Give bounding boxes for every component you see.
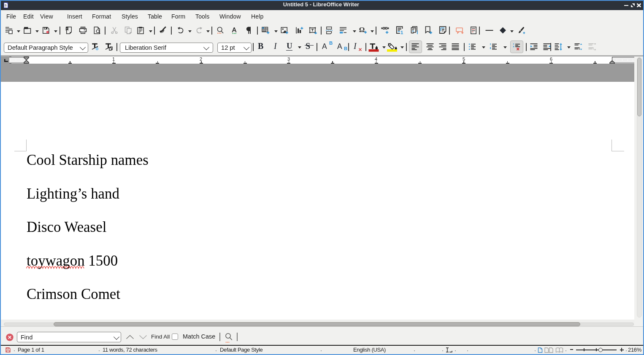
- svg-text:1: 1: [400, 30, 403, 35]
- svg-text:Ω: Ω: [359, 26, 365, 34]
- svg-text:i: i: [417, 30, 418, 35]
